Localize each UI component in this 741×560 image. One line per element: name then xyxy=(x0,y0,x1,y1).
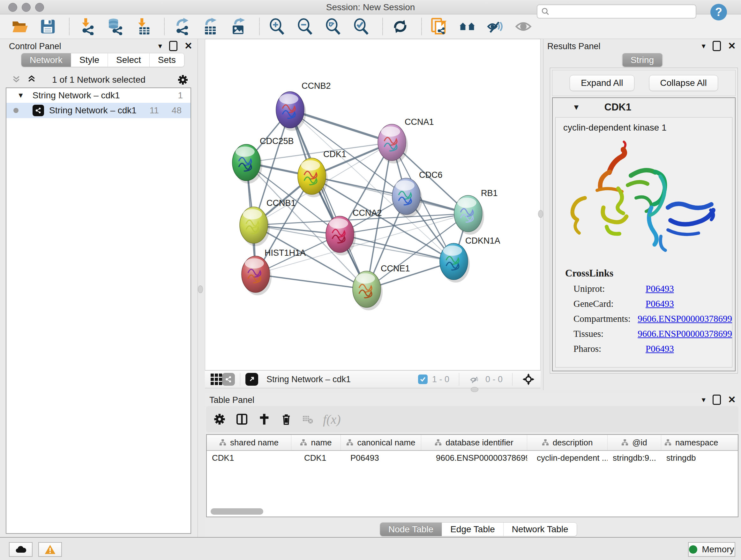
crosslink-row: Compartments:9606.ENSP00000378699 xyxy=(574,314,732,324)
import-table-from-file-icon[interactable] xyxy=(134,17,152,36)
table-row[interactable]: CDK1 CDK1 P06493 9606.ENSP00000378699 cy… xyxy=(207,451,738,465)
tab-select[interactable]: Select xyxy=(108,53,150,67)
hide-selected-icon[interactable] xyxy=(486,17,504,36)
tab-sets[interactable]: Sets xyxy=(150,53,184,67)
panel-collapse-icon[interactable]: ▾ xyxy=(702,42,705,51)
network-node-ccna1[interactable]: CCNA1 xyxy=(378,117,434,164)
export-network-to-file-icon[interactable] xyxy=(173,17,191,36)
column-header[interactable]: description xyxy=(527,435,608,450)
horizontal-splitter-handle[interactable] xyxy=(471,387,478,392)
delete-table-icon xyxy=(302,414,313,425)
panel-collapse-icon[interactable]: ▾ xyxy=(702,395,705,404)
refresh-view-icon[interactable] xyxy=(391,17,409,36)
network-thumbnails-icon[interactable] xyxy=(211,374,222,385)
show-columns-icon[interactable] xyxy=(235,413,248,426)
column-header[interactable]: canonical name xyxy=(341,435,421,450)
table-toolbar: f(x) xyxy=(206,406,738,432)
save-session-icon[interactable] xyxy=(39,17,57,36)
collection-expander-icon[interactable]: ▼ xyxy=(17,91,24,100)
table-cell[interactable]: cyclin-dependent ... xyxy=(527,451,608,465)
network-share-icon[interactable] xyxy=(222,373,235,386)
column-header[interactable]: database identifier xyxy=(421,435,527,450)
crosslink-link[interactable]: P06493 xyxy=(646,299,674,309)
network-node-ccnb2[interactable]: CCNB2 xyxy=(276,81,331,131)
toolbar-search[interactable] xyxy=(537,4,696,18)
column-header[interactable]: namespace xyxy=(661,435,738,450)
table-cell[interactable]: CDK1 xyxy=(207,451,291,465)
right-splitter-handle[interactable] xyxy=(538,210,543,218)
delete-column-icon[interactable] xyxy=(280,413,292,426)
warnings-button[interactable] xyxy=(38,542,62,557)
protein-expander-icon[interactable]: ▼ xyxy=(572,103,580,112)
export-table-to-file-icon[interactable] xyxy=(201,17,219,36)
network-collection-row[interactable]: ▼ String Network – cdk1 1 xyxy=(6,88,191,103)
table-cell[interactable]: CDK1 xyxy=(291,451,341,465)
table-panel-header: Table Panel ▾ ✕ xyxy=(205,393,741,406)
panel-float-icon[interactable] xyxy=(713,395,721,405)
network-row-selected[interactable]: String Network – cdk1 11 48 xyxy=(6,103,191,118)
tab-network[interactable]: Network xyxy=(21,53,71,67)
export-image-icon[interactable] xyxy=(229,17,247,36)
cloud-status-button[interactable] xyxy=(9,542,32,557)
zoom-out-icon[interactable] xyxy=(296,17,314,36)
network-node-rb1[interactable]: RB1 xyxy=(454,188,498,235)
protein-section-header[interactable]: ▼ CDK1 xyxy=(553,98,735,117)
network-node-cdc6[interactable]: CDC6 xyxy=(392,170,443,217)
protein-name: CDK1 xyxy=(604,102,631,113)
network-node-cdkn1a[interactable]: CDKN1A xyxy=(440,236,500,283)
tab-edge-table[interactable]: Edge Table xyxy=(442,523,503,536)
first-neighbors-icon[interactable] xyxy=(458,17,476,36)
crosslink-link[interactable]: 9606.ENSP00000378699 xyxy=(637,314,732,324)
selected-checkbox-icon[interactable] xyxy=(418,374,428,384)
tab-style[interactable]: Style xyxy=(71,53,108,67)
panel-float-icon[interactable] xyxy=(713,41,721,51)
birdseye-view-icon[interactable] xyxy=(246,373,258,386)
control-panel-header: Control Panel ▾ ✕ xyxy=(0,39,198,52)
import-network-from-file-icon[interactable] xyxy=(78,17,96,36)
search-input[interactable] xyxy=(553,6,696,17)
network-node-ccne1[interactable]: CCNE1 xyxy=(353,264,410,310)
show-all-icon[interactable] xyxy=(515,17,532,36)
zoom-selected-icon[interactable] xyxy=(352,17,370,36)
tab-string[interactable]: String xyxy=(622,53,662,67)
import-network-from-database-icon[interactable] xyxy=(106,17,124,36)
crosslink-link[interactable]: 9606.ENSP00000378699 xyxy=(637,328,732,339)
open-session-icon[interactable] xyxy=(11,17,29,36)
network-node-hist1h1a[interactable]: HIST1H1A xyxy=(242,248,306,295)
expand-all-button[interactable]: Expand All xyxy=(569,75,634,91)
network-options-gear-icon[interactable] xyxy=(177,74,189,85)
protein-details: cyclin-dependent kinase 1 xyxy=(555,117,732,368)
table-cell[interactable]: stringdb xyxy=(661,451,738,465)
panel-close-icon[interactable]: ✕ xyxy=(185,42,192,50)
tab-node-table[interactable]: Node Table xyxy=(380,523,442,536)
help-button[interactable]: ? xyxy=(711,4,727,20)
tab-network-table[interactable]: Network Table xyxy=(503,523,577,536)
crosslink-link[interactable]: P06493 xyxy=(646,344,674,354)
table-horizontal-scrollbar[interactable] xyxy=(211,508,263,515)
collapse-all-button[interactable]: Collapse All xyxy=(649,75,718,91)
network-node-ccnb1[interactable]: CCNB1 xyxy=(240,198,296,246)
clone-network-icon[interactable] xyxy=(430,17,448,36)
zoom-in-icon[interactable] xyxy=(268,17,286,36)
left-splitter-handle[interactable] xyxy=(198,286,203,293)
fit-selection-crosshair-icon[interactable] xyxy=(522,373,535,386)
network-edge[interactable] xyxy=(256,274,367,289)
results-panel: Results Panel ▾ ✕ String Expand All Coll… xyxy=(543,39,741,390)
table-cell[interactable]: 9606.ENSP00000378699 xyxy=(421,451,527,465)
column-header[interactable]: name xyxy=(291,435,341,450)
table-cell[interactable]: stringdb:9... xyxy=(608,451,661,465)
table-options-gear-icon[interactable] xyxy=(213,413,226,426)
panel-float-icon[interactable] xyxy=(169,41,178,51)
memory-button[interactable]: Memory xyxy=(688,542,735,557)
network-canvas[interactable]: CCNB2CCNA1CDC25BCDK1CDC6RB1CCNB1CCNA2CDK… xyxy=(205,39,541,370)
table-cell[interactable]: P06493 xyxy=(341,451,421,465)
network-edge[interactable] xyxy=(290,110,367,289)
panel-close-icon[interactable]: ✕ xyxy=(728,42,736,50)
column-header[interactable]: shared name xyxy=(207,435,291,450)
panel-collapse-icon[interactable]: ▾ xyxy=(158,42,162,51)
crosslink-link[interactable]: P06493 xyxy=(646,284,674,294)
column-header[interactable]: @id xyxy=(608,435,661,450)
add-column-icon[interactable] xyxy=(258,413,271,426)
panel-close-icon[interactable]: ✕ xyxy=(728,395,736,404)
zoom-fit-icon[interactable] xyxy=(324,17,342,36)
